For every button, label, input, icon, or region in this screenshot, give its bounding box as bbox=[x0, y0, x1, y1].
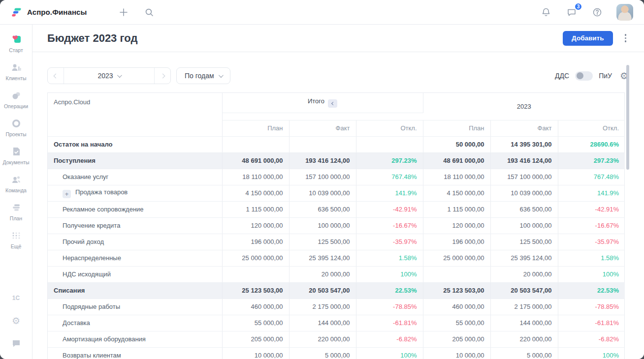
row-label[interactable]: Оказание услуг bbox=[48, 169, 222, 185]
value-cell: 120 000,00 bbox=[222, 217, 289, 234]
value-cell: 4 150 000,00 bbox=[423, 185, 490, 201]
brand-name: Аспро.Финансы bbox=[27, 8, 87, 16]
row-label[interactable]: Нераспределенные bbox=[48, 250, 222, 266]
prev-period-button[interactable] bbox=[48, 68, 64, 84]
value-cell: 48 691 000,00 bbox=[222, 152, 289, 169]
year-value: 2023 bbox=[97, 72, 113, 80]
row-label[interactable]: Поступления bbox=[48, 152, 222, 169]
col-header[interactable]: Откл. bbox=[558, 120, 625, 136]
projects-icon bbox=[10, 118, 22, 129]
col-header[interactable]: План bbox=[423, 120, 490, 136]
one-c-icon[interactable]: 1С bbox=[10, 292, 22, 304]
brand[interactable]: Аспро.Финансы bbox=[11, 6, 87, 18]
value-cell: 193 416 124,00 bbox=[289, 152, 356, 169]
deviation-cell: 28690.6% bbox=[558, 136, 625, 152]
col-header[interactable]: Откл. bbox=[356, 120, 423, 136]
value-cell: 220 000,00 bbox=[289, 331, 356, 347]
vertical-scrollbar[interactable] bbox=[626, 65, 629, 170]
value-cell: 100 000,00 bbox=[490, 217, 558, 234]
group-header-2023: 2023 bbox=[423, 93, 625, 120]
col-header[interactable]: Факт bbox=[490, 120, 558, 136]
plan-icon bbox=[10, 202, 22, 213]
sidebar-item-label: Операции bbox=[4, 103, 28, 109]
row-label[interactable]: Подрядные работы bbox=[48, 299, 222, 315]
row-label[interactable]: Списания bbox=[48, 282, 222, 299]
value-cell: 20 503 547,00 bbox=[289, 282, 356, 299]
row-label[interactable]: Возвраты клиентам bbox=[48, 347, 222, 359]
row-label[interactable]: Остаток на начало bbox=[48, 136, 222, 152]
value-cell: 10 039 000,00 bbox=[490, 185, 558, 201]
deviation-cell: -78.85% bbox=[558, 299, 625, 315]
notifications-bell-icon[interactable] bbox=[540, 6, 552, 19]
deviation-cell: -16.67% bbox=[356, 217, 423, 234]
value-cell: 14 395 301,00 bbox=[490, 136, 558, 152]
collapse-group-icon[interactable] bbox=[328, 99, 337, 108]
dds-piu-toggle[interactable] bbox=[575, 71, 593, 81]
search-icon[interactable] bbox=[143, 6, 156, 19]
value-cell: 196 000,00 bbox=[423, 234, 490, 250]
value-cell bbox=[222, 136, 289, 152]
deviation-cell: -61.81% bbox=[356, 315, 423, 331]
deviation-cell: 100% bbox=[558, 347, 625, 359]
deviation-cell: 22.53% bbox=[356, 282, 423, 299]
sidebar-item-documents[interactable]: Документы bbox=[0, 142, 32, 170]
dds-label: ДДС bbox=[555, 72, 569, 80]
row-label[interactable]: Рекламное сопровождение bbox=[48, 201, 222, 217]
deviation-cell: 297.23% bbox=[356, 152, 423, 169]
expand-plus-icon[interactable]: + bbox=[63, 190, 71, 198]
year-dropdown[interactable]: 2023 bbox=[64, 68, 155, 84]
support-chat-icon[interactable] bbox=[10, 337, 22, 349]
value-cell: 25 395 124,00 bbox=[289, 250, 356, 266]
create-icon[interactable] bbox=[117, 6, 130, 19]
budget-table: Аспро.Cloud Итого 2023 План Факт Откл. bbox=[47, 92, 625, 359]
row-label[interactable]: Получение кредита bbox=[48, 217, 222, 234]
sidebar-item-operations[interactable]: Операции bbox=[0, 86, 32, 114]
col-header[interactable]: План bbox=[222, 120, 289, 136]
chat-icon[interactable]: 3 bbox=[565, 6, 578, 19]
sidebar-item-label: Старт bbox=[9, 47, 23, 53]
value-cell: 205 000,00 bbox=[222, 331, 289, 347]
sidebar-item-plan[interactable]: План bbox=[0, 198, 32, 226]
group-header-itogo: Итого bbox=[222, 93, 423, 113]
content: 2023 По годам ДДС ПиУ ⚙ bbox=[32, 52, 644, 359]
row-label[interactable]: +Продажа товаров bbox=[48, 185, 222, 201]
settings-gear-icon[interactable]: ⚙ bbox=[10, 315, 22, 327]
brand-logo-icon bbox=[11, 6, 23, 18]
value-cell: 125 500,00 bbox=[490, 234, 558, 250]
value-cell: 460 000,00 bbox=[222, 299, 289, 315]
next-period-button[interactable] bbox=[155, 68, 170, 84]
value-cell: 5 000,00 bbox=[289, 347, 356, 359]
sidebar-item-clients[interactable]: Клиенты bbox=[0, 58, 32, 86]
table-row: Прочий доход196 000,00125 500,00-35.97%1… bbox=[48, 234, 625, 250]
deviation-cell: -6.82% bbox=[558, 331, 625, 347]
sidebar-item-label: Ещё bbox=[11, 243, 21, 249]
avatar[interactable] bbox=[616, 4, 633, 21]
kebab-menu-icon[interactable] bbox=[622, 32, 630, 44]
deviation-cell: -16.67% bbox=[558, 217, 625, 234]
value-cell: 25 123 503,00 bbox=[423, 282, 490, 299]
app-window: Аспро.Финансы 3 bbox=[0, 0, 644, 359]
value-cell: 25 395 124,00 bbox=[490, 250, 558, 266]
sidebar-item-start[interactable]: Старт bbox=[0, 30, 32, 58]
table-row: Доставка55 000,00144 000,00-61.81%55 000… bbox=[48, 315, 625, 331]
row-label[interactable]: Амортизация оборудования bbox=[48, 331, 222, 347]
sidebar-item-team[interactable]: Команда bbox=[0, 170, 32, 198]
value-cell: 460 000,00 bbox=[423, 299, 490, 315]
sidebar-item-projects[interactable]: Проекты bbox=[0, 114, 32, 142]
row-label[interactable]: НДС исходящий bbox=[48, 266, 222, 282]
value-cell: 18 110 000,00 bbox=[423, 169, 490, 185]
view-mode-dropdown[interactable]: По годам bbox=[176, 67, 230, 84]
value-cell: 2 175 000,00 bbox=[289, 299, 356, 315]
sidebar-item-label: Документы bbox=[2, 159, 29, 165]
row-label[interactable]: Доставка bbox=[48, 315, 222, 331]
sidebar-item-more[interactable]: Ещё bbox=[0, 226, 32, 254]
col-header[interactable]: Факт bbox=[289, 120, 356, 136]
add-button[interactable]: Добавить bbox=[563, 31, 612, 46]
deviation-cell: 100% bbox=[356, 266, 423, 282]
help-icon[interactable] bbox=[591, 6, 604, 19]
value-cell: 25 000 000,00 bbox=[423, 250, 490, 266]
row-label[interactable]: Прочий доход bbox=[48, 234, 222, 250]
table-row: Списания25 123 503,0020 503 547,0022.53%… bbox=[48, 282, 625, 299]
deviation-cell: -42.91% bbox=[558, 201, 625, 217]
table-row: Остаток на начало50 000,0014 395 301,002… bbox=[48, 136, 625, 152]
